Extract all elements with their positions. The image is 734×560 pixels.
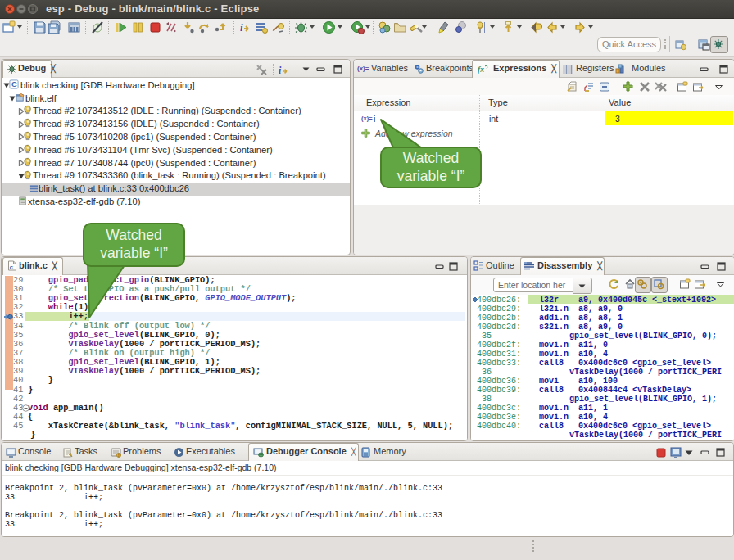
svg-text:i: i: [240, 21, 243, 34]
svg-text:C: C: [11, 80, 17, 88]
svg-text:c: c: [10, 264, 14, 271]
svg-text:i: i: [279, 65, 282, 76]
svg-text:fx: fx: [478, 65, 484, 74]
